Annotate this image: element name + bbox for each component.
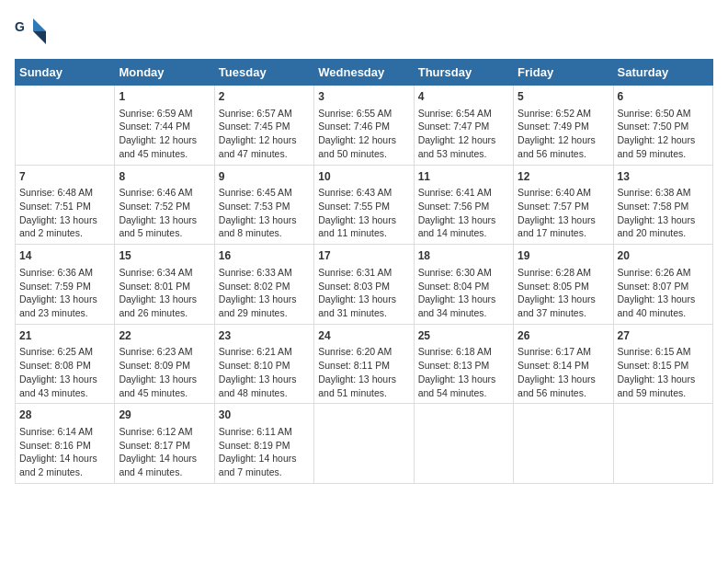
daylight-text: Daylight: 13 hours and 23 minutes. bbox=[19, 293, 110, 319]
sunset-text: Sunset: 8:17 PM bbox=[119, 439, 210, 453]
sunrise-text: Sunrise: 6:59 AM bbox=[119, 107, 210, 121]
sunset-text: Sunset: 7:58 PM bbox=[618, 200, 709, 213]
sunset-text: Sunset: 8:03 PM bbox=[318, 280, 409, 293]
calendar-cell: 28Sunrise: 6:14 AMSunset: 8:16 PMDayligh… bbox=[16, 404, 115, 484]
daylight-text: Daylight: 12 hours and 47 minutes. bbox=[219, 133, 310, 160]
calendar-cell: 21Sunrise: 6:25 AMSunset: 8:08 PMDayligh… bbox=[16, 324, 115, 404]
daylight-text: Daylight: 13 hours and 8 minutes. bbox=[219, 213, 310, 240]
calendar-cell: 16Sunrise: 6:33 AMSunset: 8:02 PMDayligh… bbox=[214, 245, 313, 325]
sunrise-text: Sunrise: 6:50 AM bbox=[618, 107, 709, 121]
day-number: 13 bbox=[618, 169, 709, 185]
sunrise-text: Sunrise: 6:36 AM bbox=[19, 266, 110, 280]
daylight-text: Daylight: 13 hours and 2 minutes. bbox=[19, 213, 110, 240]
day-number: 9 bbox=[219, 169, 310, 185]
week-row-1: 1Sunrise: 6:59 AMSunset: 7:44 PMDaylight… bbox=[16, 86, 713, 166]
sunset-text: Sunset: 8:14 PM bbox=[518, 359, 609, 373]
daylight-text: Daylight: 13 hours and 40 minutes. bbox=[618, 293, 709, 319]
daylight-text: Daylight: 13 hours and 51 minutes. bbox=[318, 373, 409, 399]
header-day-saturday: Saturday bbox=[613, 60, 712, 86]
calendar-cell: 30Sunrise: 6:11 AMSunset: 8:19 PMDayligh… bbox=[214, 404, 313, 484]
daylight-text: Daylight: 13 hours and 5 minutes. bbox=[119, 213, 210, 240]
day-number: 10 bbox=[318, 169, 409, 185]
week-row-3: 14Sunrise: 6:36 AMSunset: 7:59 PMDayligh… bbox=[16, 245, 713, 325]
header-row: SundayMondayTuesdayWednesdayThursdayFrid… bbox=[16, 60, 713, 86]
calendar-cell: 27Sunrise: 6:15 AMSunset: 8:15 PMDayligh… bbox=[613, 324, 712, 404]
sunset-text: Sunset: 7:52 PM bbox=[119, 200, 210, 213]
sunrise-text: Sunrise: 6:23 AM bbox=[119, 345, 210, 359]
sunrise-text: Sunrise: 6:25 AM bbox=[19, 345, 110, 359]
sunrise-text: Sunrise: 6:15 AM bbox=[618, 345, 709, 359]
day-number: 12 bbox=[518, 169, 609, 185]
sunrise-text: Sunrise: 6:46 AM bbox=[119, 186, 210, 200]
sunset-text: Sunset: 8:13 PM bbox=[418, 359, 509, 373]
calendar-cell: 5Sunrise: 6:52 AMSunset: 7:49 PMDaylight… bbox=[514, 86, 613, 166]
week-row-5: 28Sunrise: 6:14 AMSunset: 8:16 PMDayligh… bbox=[16, 404, 713, 484]
day-number: 4 bbox=[418, 89, 509, 105]
daylight-text: Daylight: 13 hours and 34 minutes. bbox=[418, 293, 509, 319]
daylight-text: Daylight: 13 hours and 29 minutes. bbox=[219, 293, 310, 319]
daylight-text: Daylight: 13 hours and 26 minutes. bbox=[119, 293, 210, 319]
calendar-cell: 6Sunrise: 6:50 AMSunset: 7:50 PMDaylight… bbox=[613, 86, 712, 166]
day-number: 26 bbox=[518, 328, 609, 344]
daylight-text: Daylight: 12 hours and 59 minutes. bbox=[618, 133, 709, 160]
daylight-text: Daylight: 14 hours and 4 minutes. bbox=[119, 452, 210, 478]
header-day-wednesday: Wednesday bbox=[314, 60, 414, 86]
day-number: 21 bbox=[19, 328, 110, 344]
day-number: 30 bbox=[219, 408, 310, 423]
sunset-text: Sunset: 8:04 PM bbox=[418, 280, 509, 293]
day-number: 5 bbox=[518, 89, 609, 105]
calendar-cell: 14Sunrise: 6:36 AMSunset: 7:59 PMDayligh… bbox=[16, 245, 115, 325]
daylight-text: Daylight: 13 hours and 37 minutes. bbox=[518, 293, 609, 319]
calendar-body: 1Sunrise: 6:59 AMSunset: 7:44 PMDaylight… bbox=[16, 86, 713, 484]
sunset-text: Sunset: 7:59 PM bbox=[19, 280, 110, 293]
daylight-text: Daylight: 13 hours and 54 minutes. bbox=[418, 373, 509, 399]
svg-marker-2 bbox=[33, 31, 46, 44]
sunrise-text: Sunrise: 6:18 AM bbox=[418, 345, 509, 359]
sunset-text: Sunset: 7:50 PM bbox=[618, 120, 709, 133]
sunrise-text: Sunrise: 6:38 AM bbox=[618, 186, 709, 200]
sunset-text: Sunset: 7:51 PM bbox=[19, 200, 110, 213]
daylight-text: Daylight: 13 hours and 59 minutes. bbox=[618, 373, 709, 399]
daylight-text: Daylight: 13 hours and 31 minutes. bbox=[318, 293, 409, 319]
daylight-text: Daylight: 13 hours and 48 minutes. bbox=[219, 373, 310, 399]
sunrise-text: Sunrise: 6:55 AM bbox=[318, 107, 409, 121]
day-number: 19 bbox=[518, 248, 609, 264]
calendar-cell: 11Sunrise: 6:41 AMSunset: 7:56 PMDayligh… bbox=[414, 165, 513, 245]
calendar-header: SundayMondayTuesdayWednesdayThursdayFrid… bbox=[16, 60, 713, 86]
week-row-4: 21Sunrise: 6:25 AMSunset: 8:08 PMDayligh… bbox=[16, 324, 713, 404]
day-number: 15 bbox=[119, 248, 210, 264]
sunset-text: Sunset: 7:45 PM bbox=[219, 120, 310, 133]
sunset-text: Sunset: 8:01 PM bbox=[119, 280, 210, 293]
sunset-text: Sunset: 8:07 PM bbox=[618, 280, 709, 293]
calendar-cell: 20Sunrise: 6:26 AMSunset: 8:07 PMDayligh… bbox=[613, 245, 712, 325]
calendar-cell: 15Sunrise: 6:34 AMSunset: 8:01 PMDayligh… bbox=[115, 245, 214, 325]
calendar-cell: 13Sunrise: 6:38 AMSunset: 7:58 PMDayligh… bbox=[613, 165, 712, 245]
sunset-text: Sunset: 8:08 PM bbox=[19, 359, 110, 373]
logo: G bbox=[15, 15, 51, 48]
sunrise-text: Sunrise: 6:17 AM bbox=[518, 345, 609, 359]
calendar-cell bbox=[314, 404, 414, 484]
sunset-text: Sunset: 7:56 PM bbox=[418, 200, 509, 213]
daylight-text: Daylight: 12 hours and 56 minutes. bbox=[518, 133, 609, 160]
calendar-cell: 22Sunrise: 6:23 AMSunset: 8:09 PMDayligh… bbox=[115, 324, 214, 404]
sunset-text: Sunset: 7:46 PM bbox=[318, 120, 409, 133]
calendar-cell: 3Sunrise: 6:55 AMSunset: 7:46 PMDaylight… bbox=[314, 86, 414, 166]
day-number: 17 bbox=[318, 248, 409, 264]
header: G bbox=[15, 15, 713, 48]
sunrise-text: Sunrise: 6:33 AM bbox=[219, 266, 310, 280]
day-number: 20 bbox=[618, 248, 709, 264]
logo-icon: G bbox=[15, 15, 48, 48]
day-number: 27 bbox=[618, 328, 709, 344]
day-number: 23 bbox=[219, 328, 310, 344]
header-day-tuesday: Tuesday bbox=[214, 60, 313, 86]
week-row-2: 7Sunrise: 6:48 AMSunset: 7:51 PMDaylight… bbox=[16, 165, 713, 245]
daylight-text: Daylight: 13 hours and 17 minutes. bbox=[518, 213, 609, 240]
sunrise-text: Sunrise: 6:28 AM bbox=[518, 266, 609, 280]
sunrise-text: Sunrise: 6:41 AM bbox=[418, 186, 509, 200]
calendar-cell: 8Sunrise: 6:46 AMSunset: 7:52 PMDaylight… bbox=[115, 165, 214, 245]
sunset-text: Sunset: 8:11 PM bbox=[318, 359, 409, 373]
sunrise-text: Sunrise: 6:57 AM bbox=[219, 107, 310, 121]
calendar-cell: 12Sunrise: 6:40 AMSunset: 7:57 PMDayligh… bbox=[514, 165, 613, 245]
daylight-text: Daylight: 13 hours and 56 minutes. bbox=[518, 373, 609, 399]
calendar-cell: 29Sunrise: 6:12 AMSunset: 8:17 PMDayligh… bbox=[115, 404, 214, 484]
